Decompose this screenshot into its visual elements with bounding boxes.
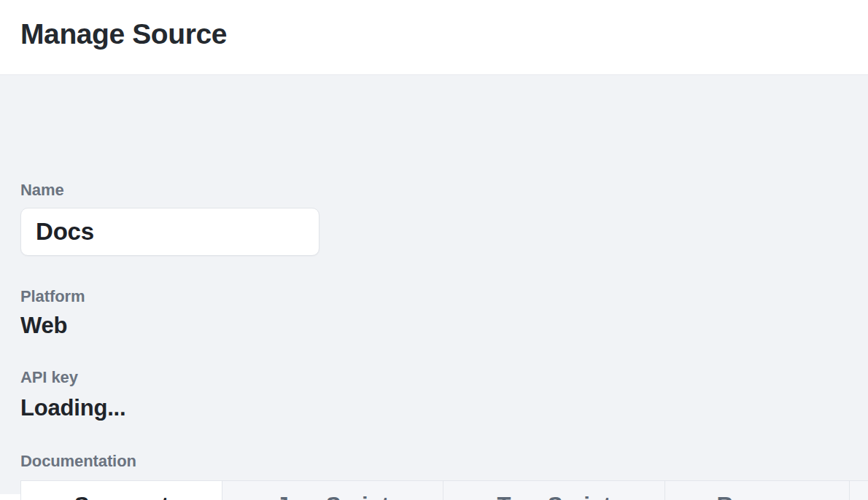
tab-title: Segment xyxy=(74,493,169,500)
api-key-label: API key xyxy=(20,368,78,387)
platform-value: Web xyxy=(20,313,67,339)
page-title: Manage Source xyxy=(20,18,227,50)
source-name-input[interactable] xyxy=(20,208,319,256)
tab-title: TypeScript xyxy=(497,493,611,500)
manage-source-page: Manage Source Name Platform Web API key … xyxy=(0,0,868,500)
tab-typescript-sdk[interactable]: TypeScript SDK xyxy=(443,481,665,500)
tab-title: Reason xyxy=(717,493,798,500)
api-key-value: Loading... xyxy=(20,395,125,421)
tab-segment-stream[interactable]: Segment Stream xyxy=(21,481,222,500)
name-label: Name xyxy=(20,181,64,200)
documentation-tabbar: Segment Stream JavaScript SDK TypeScript… xyxy=(20,480,868,500)
page-header: Manage Source xyxy=(0,0,868,75)
tab-partial-cutoff[interactable] xyxy=(850,481,868,500)
documentation-label: Documentation xyxy=(20,452,136,471)
tab-title: JavaScript xyxy=(276,493,390,500)
platform-label: Platform xyxy=(20,287,85,306)
tab-javascript-sdk[interactable]: JavaScript SDK xyxy=(222,481,443,500)
main-panel: Name Platform Web API key Loading... Doc… xyxy=(0,75,868,494)
tab-reason-sdk[interactable]: Reason SDK xyxy=(665,481,850,500)
